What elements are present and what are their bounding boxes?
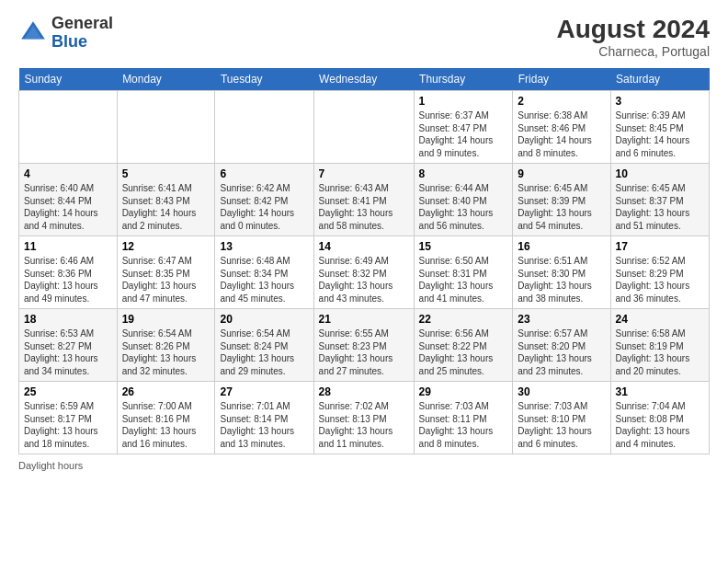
- calendar-cell: 25Sunrise: 6:59 AMSunset: 8:17 PMDayligh…: [19, 382, 118, 454]
- calendar-cell: 16Sunrise: 6:51 AMSunset: 8:30 PMDayligh…: [513, 236, 610, 309]
- day-info: Sunrise: 6:54 AMSunset: 8:26 PMDaylight:…: [122, 327, 210, 377]
- calendar-cell: 27Sunrise: 7:01 AMSunset: 8:14 PMDayligh…: [215, 382, 313, 454]
- day-number: 26: [122, 385, 210, 398]
- month-year: August 2024: [557, 15, 711, 44]
- calendar-cell: 29Sunrise: 7:03 AMSunset: 8:11 PMDayligh…: [414, 382, 513, 454]
- calendar-header-row: SundayMondayTuesdayWednesdayThursdayFrid…: [19, 68, 710, 91]
- day-info: Sunrise: 6:39 AMSunset: 8:45 PMDaylight:…: [616, 109, 704, 159]
- calendar-cell: 15Sunrise: 6:50 AMSunset: 8:31 PMDayligh…: [414, 236, 513, 309]
- calendar-cell: 6Sunrise: 6:42 AMSunset: 8:42 PMDaylight…: [215, 164, 313, 236]
- day-number: 21: [319, 313, 409, 326]
- calendar-cell: [313, 91, 414, 164]
- logo-text: General Blue: [51, 15, 113, 52]
- calendar-cell: 9Sunrise: 6:45 AMSunset: 8:39 PMDaylight…: [513, 164, 610, 236]
- day-number: 22: [419, 313, 508, 326]
- day-number: 29: [419, 385, 508, 398]
- calendar-cell: 22Sunrise: 6:56 AMSunset: 8:22 PMDayligh…: [414, 309, 513, 382]
- logo-general: General: [51, 14, 113, 32]
- calendar-cell: 10Sunrise: 6:45 AMSunset: 8:37 PMDayligh…: [610, 164, 709, 236]
- day-number: 14: [319, 240, 409, 253]
- calendar-week-4: 18Sunrise: 6:53 AMSunset: 8:27 PMDayligh…: [19, 309, 710, 382]
- column-header-sunday: Sunday: [19, 68, 118, 91]
- day-number: 19: [122, 313, 210, 326]
- logo-blue: Blue: [51, 32, 87, 51]
- calendar-cell: [215, 91, 313, 164]
- day-number: 5: [122, 167, 210, 180]
- day-number: 8: [419, 167, 508, 180]
- daylight-label: Daylight hours: [18, 460, 83, 471]
- day-info: Sunrise: 6:40 AMSunset: 8:44 PMDaylight:…: [24, 182, 112, 232]
- day-number: 3: [616, 95, 704, 108]
- calendar-cell: 18Sunrise: 6:53 AMSunset: 8:27 PMDayligh…: [19, 309, 118, 382]
- day-info: Sunrise: 6:46 AMSunset: 8:36 PMDaylight:…: [24, 255, 112, 304]
- day-info: Sunrise: 6:51 AMSunset: 8:30 PMDaylight:…: [518, 255, 605, 304]
- logo-icon: [18, 18, 48, 48]
- day-number: 16: [518, 240, 605, 253]
- day-info: Sunrise: 6:59 AMSunset: 8:17 PMDaylight:…: [24, 400, 112, 450]
- day-number: 27: [220, 385, 308, 398]
- calendar-week-1: 1Sunrise: 6:37 AMSunset: 8:47 PMDaylight…: [19, 91, 710, 164]
- calendar-cell: 23Sunrise: 6:57 AMSunset: 8:20 PMDayligh…: [513, 309, 610, 382]
- day-info: Sunrise: 6:45 AMSunset: 8:37 PMDaylight:…: [616, 182, 704, 232]
- day-info: Sunrise: 6:54 AMSunset: 8:24 PMDaylight:…: [220, 327, 308, 377]
- calendar-cell: 20Sunrise: 6:54 AMSunset: 8:24 PMDayligh…: [215, 309, 313, 382]
- day-number: 24: [616, 313, 704, 326]
- day-number: 6: [220, 167, 308, 180]
- day-number: 18: [24, 313, 112, 326]
- day-number: 31: [616, 385, 704, 398]
- day-info: Sunrise: 6:37 AMSunset: 8:47 PMDaylight:…: [419, 109, 508, 159]
- calendar-cell: 28Sunrise: 7:02 AMSunset: 8:13 PMDayligh…: [313, 382, 414, 454]
- column-header-monday: Monday: [117, 68, 215, 91]
- day-info: Sunrise: 6:49 AMSunset: 8:32 PMDaylight:…: [319, 255, 409, 304]
- day-info: Sunrise: 7:02 AMSunset: 8:13 PMDaylight:…: [319, 400, 409, 450]
- day-number: 25: [24, 385, 112, 398]
- day-number: 13: [220, 240, 308, 253]
- day-info: Sunrise: 6:43 AMSunset: 8:41 PMDaylight:…: [319, 182, 409, 232]
- day-info: Sunrise: 6:41 AMSunset: 8:43 PMDaylight:…: [122, 182, 210, 232]
- day-info: Sunrise: 7:03 AMSunset: 8:11 PMDaylight:…: [419, 400, 508, 450]
- title-block: August 2024 Charneca, Portugal: [557, 15, 711, 59]
- day-number: 23: [518, 313, 605, 326]
- calendar-cell: 17Sunrise: 6:52 AMSunset: 8:29 PMDayligh…: [610, 236, 709, 309]
- day-number: 4: [24, 167, 112, 180]
- day-info: Sunrise: 6:45 AMSunset: 8:39 PMDaylight:…: [518, 182, 605, 232]
- day-info: Sunrise: 6:53 AMSunset: 8:27 PMDaylight:…: [24, 327, 112, 377]
- calendar-cell: 31Sunrise: 7:04 AMSunset: 8:08 PMDayligh…: [610, 382, 709, 454]
- day-number: 20: [220, 313, 308, 326]
- day-info: Sunrise: 6:42 AMSunset: 8:42 PMDaylight:…: [220, 182, 308, 232]
- day-info: Sunrise: 6:44 AMSunset: 8:40 PMDaylight:…: [419, 182, 508, 232]
- day-info: Sunrise: 6:38 AMSunset: 8:46 PMDaylight:…: [518, 109, 605, 159]
- calendar-cell: 26Sunrise: 7:00 AMSunset: 8:16 PMDayligh…: [117, 382, 215, 454]
- calendar-cell: 21Sunrise: 6:55 AMSunset: 8:23 PMDayligh…: [313, 309, 414, 382]
- calendar-cell: 3Sunrise: 6:39 AMSunset: 8:45 PMDaylight…: [610, 91, 709, 164]
- column-header-tuesday: Tuesday: [215, 68, 313, 91]
- calendar-week-2: 4Sunrise: 6:40 AMSunset: 8:44 PMDaylight…: [19, 164, 710, 236]
- day-number: 11: [24, 240, 112, 253]
- day-info: Sunrise: 6:56 AMSunset: 8:22 PMDaylight:…: [419, 327, 508, 377]
- day-number: 12: [122, 240, 210, 253]
- logo: General Blue: [18, 15, 113, 52]
- calendar-cell: 24Sunrise: 6:58 AMSunset: 8:19 PMDayligh…: [610, 309, 709, 382]
- day-info: Sunrise: 6:50 AMSunset: 8:31 PMDaylight:…: [419, 255, 508, 304]
- column-header-thursday: Thursday: [414, 68, 513, 91]
- column-header-saturday: Saturday: [610, 68, 709, 91]
- page: General Blue August 2024 Charneca, Portu…: [0, 0, 728, 563]
- calendar: SundayMondayTuesdayWednesdayThursdayFrid…: [18, 68, 710, 454]
- day-number: 10: [616, 167, 704, 180]
- calendar-cell: 8Sunrise: 6:44 AMSunset: 8:40 PMDaylight…: [414, 164, 513, 236]
- day-info: Sunrise: 6:47 AMSunset: 8:35 PMDaylight:…: [122, 255, 210, 304]
- calendar-cell: 14Sunrise: 6:49 AMSunset: 8:32 PMDayligh…: [313, 236, 414, 309]
- day-info: Sunrise: 6:57 AMSunset: 8:20 PMDaylight:…: [518, 327, 605, 377]
- calendar-cell: 5Sunrise: 6:41 AMSunset: 8:43 PMDaylight…: [117, 164, 215, 236]
- day-number: 1: [419, 95, 508, 108]
- calendar-cell: 12Sunrise: 6:47 AMSunset: 8:35 PMDayligh…: [117, 236, 215, 309]
- footer: Daylight hours: [18, 460, 710, 471]
- location: Charneca, Portugal: [557, 44, 711, 59]
- day-number: 15: [419, 240, 508, 253]
- calendar-cell: [117, 91, 215, 164]
- day-info: Sunrise: 6:48 AMSunset: 8:34 PMDaylight:…: [220, 255, 308, 304]
- calendar-cell: [19, 91, 118, 164]
- calendar-week-5: 25Sunrise: 6:59 AMSunset: 8:17 PMDayligh…: [19, 382, 710, 454]
- calendar-week-3: 11Sunrise: 6:46 AMSunset: 8:36 PMDayligh…: [19, 236, 710, 309]
- day-info: Sunrise: 7:00 AMSunset: 8:16 PMDaylight:…: [122, 400, 210, 450]
